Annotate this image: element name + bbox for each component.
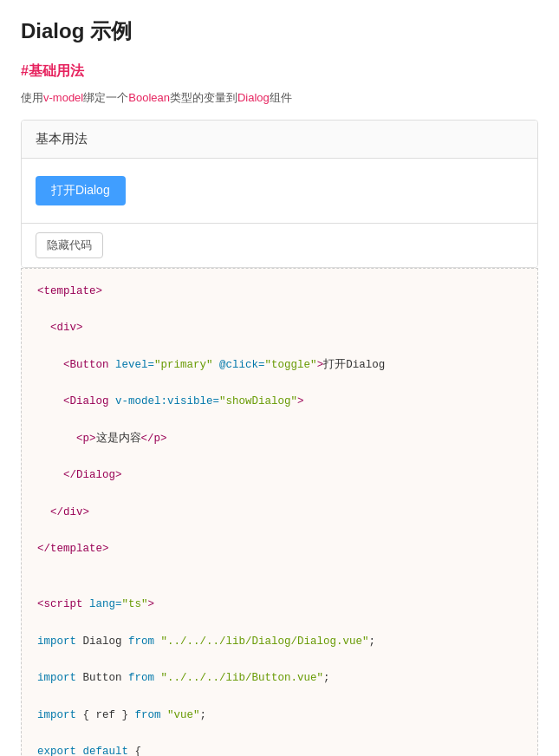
keyword-vmodel: v-model — [43, 91, 83, 104]
demo-card: 基本用法 打开Dialog 隐藏代码 — [21, 120, 538, 268]
demo-card-header: 基本用法 — [22, 121, 537, 159]
keyword-dialog: Dialog — [237, 91, 270, 104]
section-title: 基础用法 — [29, 63, 84, 78]
page-title: Dialog 示例 — [21, 17, 538, 45]
hide-code-button[interactable]: 隐藏代码 — [36, 232, 103, 258]
demo-card-body: 打开Dialog — [22, 159, 537, 223]
open-dialog-button[interactable]: 打开Dialog — [36, 176, 126, 205]
keyword-boolean: Boolean — [128, 91, 170, 104]
hash-symbol: # — [21, 63, 29, 78]
section-header: #基础用法 — [21, 62, 538, 81]
code-block: <template> <div> <Button level="primary"… — [21, 268, 538, 756]
section-desc: 使用v-model绑定一个Boolean类型的变量到Dialog组件 — [21, 89, 538, 108]
demo-card-footer: 隐藏代码 — [22, 223, 537, 267]
